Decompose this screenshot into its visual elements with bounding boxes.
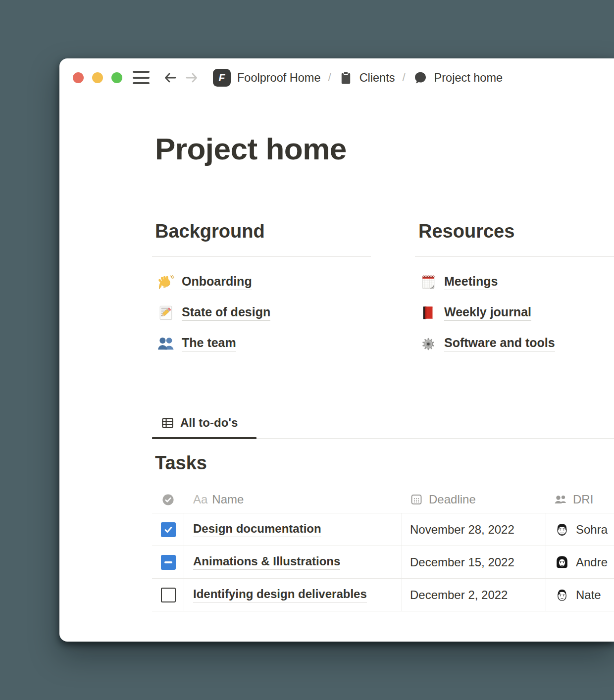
section-heading-background: Background [155, 221, 265, 242]
page-link-label: Meetings [444, 274, 498, 290]
page-title: Project home [155, 130, 347, 168]
breadcrumb: F Foolproof Home / Clients / Project hom… [213, 69, 503, 87]
task-checkbox[interactable] [161, 555, 176, 570]
page-link-label: The team [182, 336, 236, 351]
breadcrumb-label: Project home [434, 71, 503, 85]
table-header-row: Aa Name Deadline [152, 486, 614, 513]
breadcrumb-separator: / [402, 71, 405, 84]
avatar-woman-bob [554, 554, 570, 571]
gear-icon [420, 335, 437, 352]
red-book-icon [420, 304, 437, 321]
deadline-cell[interactable]: December 15, 2022 [402, 546, 546, 578]
check-circle-icon [162, 494, 174, 506]
clipboard-icon [339, 71, 353, 85]
deadline-cell[interactable]: November 28, 2022 [402, 513, 546, 546]
column-header-deadline: Deadline [429, 493, 476, 506]
section-divider [415, 256, 614, 257]
page-link-state-of-design[interactable]: State of design [157, 303, 270, 323]
traffic-lights [73, 72, 122, 83]
close-button[interactable] [73, 72, 84, 83]
deadline-value: December 2, 2022 [410, 588, 508, 602]
people-icon [554, 493, 567, 506]
name-cell[interactable]: Design documentation [184, 513, 402, 546]
page-link-label: Software and tools [444, 336, 555, 351]
task-checkbox[interactable] [161, 522, 176, 537]
column-header-name: Name [212, 493, 244, 506]
page-link-label: State of design [182, 305, 270, 321]
app-window: F Foolproof Home / Clients / Project hom… [59, 58, 614, 642]
tasks-table: Aa Name Deadline [152, 486, 614, 611]
checkmark-icon [163, 525, 173, 535]
breadcrumb-label: Foolproof Home [237, 71, 321, 85]
section-divider [152, 256, 371, 257]
task-name-link[interactable]: Identifying design deliverables [193, 587, 367, 602]
tasks-heading: Tasks [155, 452, 207, 474]
breadcrumb-item-clients[interactable]: Clients [339, 71, 395, 85]
dri-name: Nate [576, 588, 601, 602]
page-link-label: Onboarding [182, 274, 252, 290]
dri-cell[interactable]: Sohra [546, 513, 614, 546]
page-link-onboarding[interactable]: Onboarding [157, 272, 252, 292]
table-row[interactable]: Design documentation November 28, 2022 S… [152, 513, 614, 546]
table-view-icon [161, 416, 174, 430]
name-cell[interactable]: Identifying design deliverables [184, 579, 402, 611]
table-row[interactable]: Animations & Illustrations December 15, … [152, 546, 614, 579]
view-tab-all-todos[interactable]: All to-do's [161, 413, 238, 433]
waving-hand-icon [157, 274, 174, 291]
foolproof-logo-icon: F [213, 69, 231, 87]
checkbox-cell [152, 579, 184, 611]
memo-pencil-icon [157, 304, 174, 321]
breadcrumb-item-project-home[interactable]: Project home [413, 70, 503, 85]
header-deadline-cell[interactable]: Deadline [402, 486, 546, 513]
forward-arrow-button[interactable] [184, 70, 199, 85]
deadline-cell[interactable]: December 2, 2022 [402, 579, 546, 611]
avatar-bearded-man [554, 521, 570, 538]
calendar-icon [410, 493, 423, 506]
dri-cell[interactable]: Nate [546, 579, 614, 611]
dri-name: Andre [576, 555, 608, 569]
header-dri-cell[interactable]: DRI [546, 486, 614, 513]
breadcrumb-separator: / [328, 71, 331, 84]
header-check-cell[interactable] [152, 486, 184, 513]
avatar-young-man [554, 587, 570, 603]
name-cell[interactable]: Animations & Illustrations [184, 546, 402, 578]
header-name-cell[interactable]: Aa Name [184, 486, 402, 513]
dri-cell[interactable]: Andre [546, 546, 614, 578]
task-name-link[interactable]: Animations & Illustrations [193, 554, 340, 570]
view-tab-label: All to-do's [180, 416, 238, 430]
dri-name: Sohra [576, 523, 608, 537]
task-checkbox[interactable] [161, 588, 176, 602]
page-link-the-team[interactable]: The team [157, 334, 236, 353]
task-name-link[interactable]: Design documentation [193, 522, 321, 537]
section-heading-resources: Resources [418, 221, 514, 242]
page-link-software-and-tools[interactable]: Software and tools [420, 334, 555, 353]
text-property-icon: Aa [193, 493, 207, 506]
deadline-value: December 15, 2022 [410, 555, 514, 569]
sidebar-menu-button[interactable] [133, 71, 150, 84]
back-arrow-button[interactable] [163, 70, 178, 85]
desktop: { "window": { "traffic_lights": ["close"… [0, 0, 614, 700]
notepad-calendar-icon [420, 274, 437, 291]
checkbox-cell [152, 513, 184, 546]
page-link-label: Weekly journal [444, 305, 531, 321]
breadcrumb-item-foolproof-home[interactable]: F Foolproof Home [213, 69, 321, 87]
breadcrumb-label: Clients [359, 71, 395, 85]
speech-bubble-icon [413, 70, 428, 85]
two-people-icon [157, 335, 174, 352]
zoom-button[interactable] [111, 72, 122, 83]
column-header-dri: DRI [573, 493, 593, 506]
deadline-value: November 28, 2022 [410, 523, 514, 537]
page-link-weekly-journal[interactable]: Weekly journal [420, 303, 531, 323]
active-tab-underline [152, 437, 256, 439]
minimize-button[interactable] [92, 72, 103, 83]
page-link-meetings[interactable]: Meetings [420, 272, 498, 292]
table-row[interactable]: Identifying design deliverables December… [152, 579, 614, 611]
checkbox-cell [152, 546, 184, 578]
